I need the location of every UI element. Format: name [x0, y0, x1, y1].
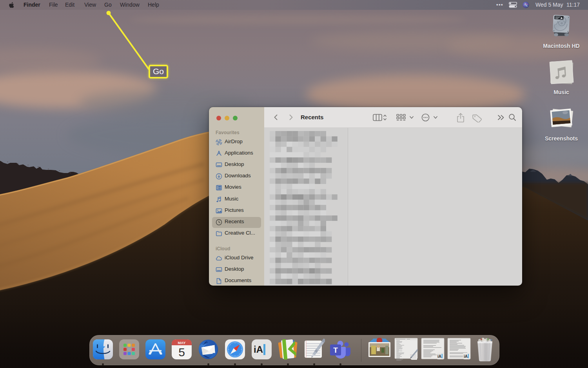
svg-text:5: 5 — [178, 346, 185, 359]
svg-text:T: T — [333, 346, 338, 354]
svg-text:iA: iA — [437, 354, 441, 359]
svg-text:iA: iA — [464, 354, 468, 359]
svg-text:MAY: MAY — [178, 341, 186, 345]
svg-text:iA: iA — [254, 344, 263, 355]
